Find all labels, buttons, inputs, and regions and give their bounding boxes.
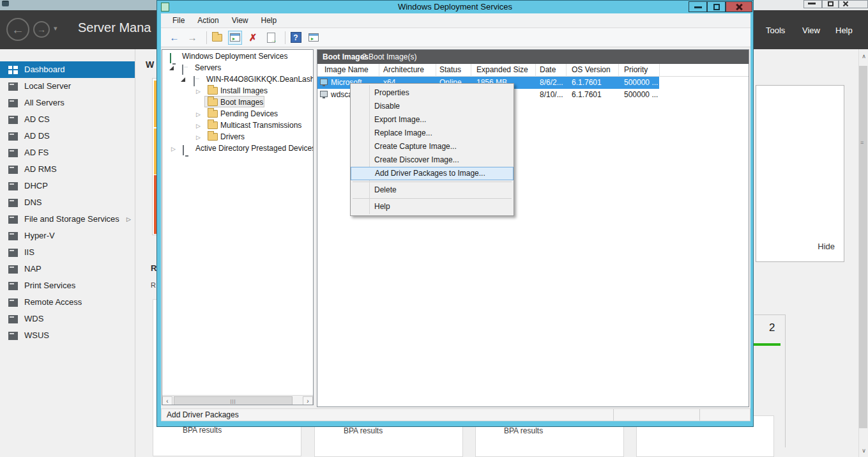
menu-item-export-image[interactable]: Export Image... xyxy=(351,113,514,127)
col-status[interactable]: Status xyxy=(439,64,461,76)
hide-link[interactable]: Hide xyxy=(818,242,835,251)
sidebar-item-print-services[interactable]: Print Services xyxy=(0,277,135,294)
toolbar-delete-button[interactable]: ✗ xyxy=(246,31,260,45)
sidebar-item-file-storage[interactable]: File and Storage Services▷ xyxy=(0,211,135,228)
status-bar-text: Add Driver Packages xyxy=(167,410,239,419)
scroll-up-icon[interactable]: ∧ xyxy=(859,53,868,59)
toolbar-forward-button[interactable]: → xyxy=(185,31,199,45)
menu-item-help[interactable]: Help xyxy=(351,200,514,213)
boot-image-icon xyxy=(320,79,328,85)
menu-separator xyxy=(353,182,512,182)
sm-menu-help[interactable]: Help xyxy=(835,26,853,35)
tree-item-ad-prestaged-devices[interactable]: ▷ Active Directory Prestaged Devices xyxy=(162,143,164,154)
toolbar-action-pane-button[interactable]: ▸ xyxy=(307,31,321,45)
wds-close-button[interactable] xyxy=(726,1,752,12)
wds-status-bar: Add Driver Packages xyxy=(161,408,750,421)
wds-root-icon xyxy=(170,53,171,63)
sm-maximize-button[interactable] xyxy=(822,0,839,8)
boot-image-icon xyxy=(320,91,328,97)
console-tree-icon: ▸ xyxy=(230,33,240,42)
storage-icon xyxy=(8,215,18,224)
sidebar-item-ad-ds[interactable]: AD DS xyxy=(0,128,135,144)
sidebar-item-wds[interactable]: WDS xyxy=(0,311,135,327)
sm-close-button[interactable] xyxy=(839,0,868,8)
tree-horizontal-scrollbar[interactable]: ‹ ||| › xyxy=(162,395,313,405)
toolbar-folder-button[interactable] xyxy=(210,31,224,45)
dashboard-grid-icon xyxy=(8,66,18,74)
sm-scrollbar-thumb[interactable]: ≡ xyxy=(859,66,867,428)
col-expanded-size[interactable]: Expanded Size xyxy=(476,64,528,76)
tree-item-server-win-r44o8gikkqk[interactable]: WIN-R44O8GIKKQK.DeanLashley. xyxy=(162,74,164,85)
sm-menu-view[interactable]: View xyxy=(802,26,820,35)
menu-view[interactable]: View xyxy=(225,13,255,27)
menu-item-properties[interactable]: Properties xyxy=(351,86,514,100)
wds-maximize-button[interactable] xyxy=(707,1,726,12)
menu-separator xyxy=(353,198,512,199)
menu-item-delete[interactable]: Delete xyxy=(351,183,514,197)
results-pane-header: Boot Images 2 Boot Image(s) xyxy=(317,50,749,64)
toolbar-export-list-button[interactable]: → xyxy=(264,31,278,45)
sidebar-item-ad-fs[interactable]: AD FS xyxy=(0,144,135,161)
remote-access-icon xyxy=(8,298,18,307)
col-date[interactable]: Date xyxy=(540,64,556,76)
tree-item-servers[interactable]: Servers xyxy=(162,62,164,74)
menu-file[interactable]: File xyxy=(166,13,191,27)
bpa-results-link[interactable]: BPA results xyxy=(504,426,543,435)
menu-item-create-discover-image[interactable]: Create Discover Image... xyxy=(351,153,514,167)
nav-caret-icon[interactable]: ▾ xyxy=(54,24,57,33)
menu-item-create-capture-image[interactable]: Create Capture Image... xyxy=(351,140,514,153)
forward-button[interactable]: → xyxy=(33,21,50,38)
sidebar-item-iis[interactable]: IIS xyxy=(0,244,135,261)
printer-icon xyxy=(8,282,18,290)
toolbar-separator xyxy=(285,31,286,44)
col-os-version[interactable]: OS Version xyxy=(572,64,611,76)
sidebar-item-dhcp[interactable]: DHCP xyxy=(0,178,135,194)
wds-minimize-button[interactable] xyxy=(689,1,707,12)
menu-item-disable[interactable]: Disable xyxy=(351,100,514,113)
toolbar-console-tree-button[interactable]: ▸ xyxy=(228,31,242,45)
sm-menu-tools[interactable]: Tools xyxy=(766,26,785,35)
scrollbar-grip-icon: ≡ xyxy=(860,139,864,146)
wds-toolbar: ← → ▸ ✗ → ? ▸ xyxy=(161,28,750,47)
sidebar-item-ad-rms[interactable]: AD RMS xyxy=(0,161,135,178)
events-count[interactable]: 2 xyxy=(769,321,775,334)
server-running-icon xyxy=(194,76,195,86)
sidebar-item-remote-access[interactable]: Remote Access xyxy=(0,294,135,311)
collapsed-arrow-icon: ▷ xyxy=(196,86,201,97)
sm-events-tile-top-edge xyxy=(754,314,786,315)
sm-minimize-button[interactable] xyxy=(803,0,822,8)
menu-help[interactable]: Help xyxy=(255,13,284,27)
expanded-arrow-icon xyxy=(181,77,185,82)
bpa-results-link[interactable]: BPA results xyxy=(344,426,383,435)
back-button[interactable]: ← xyxy=(6,18,29,41)
col-image-name[interactable]: Image Name xyxy=(324,64,369,76)
sm-events-tile-right-edge xyxy=(785,314,786,447)
toolbar-back-button[interactable]: ← xyxy=(167,31,181,45)
menu-action[interactable]: Action xyxy=(191,13,225,27)
scrollbar-thumb[interactable]: ||| xyxy=(174,396,293,405)
expanded-arrow-icon xyxy=(169,66,174,70)
scroll-right-button[interactable]: › xyxy=(303,396,313,405)
scroll-down-icon[interactable]: ∨ xyxy=(859,447,868,454)
sidebar-item-all-servers[interactable]: All Servers xyxy=(0,95,135,111)
sidebar-item-wsus[interactable]: WSUS xyxy=(0,327,135,344)
col-priority[interactable]: Priority xyxy=(624,64,648,76)
sidebar-item-hyper-v[interactable]: Hyper-V xyxy=(0,228,135,244)
sidebar-item-ad-cs[interactable]: AD CS xyxy=(0,111,135,128)
delete-x-icon: ✗ xyxy=(249,32,257,43)
sidebar-item-dns[interactable]: DNS xyxy=(0,194,135,211)
menu-item-replace-image[interactable]: Replace Image... xyxy=(351,127,514,140)
bpa-results-link[interactable]: BPA results xyxy=(183,426,222,435)
toolbar-help-button[interactable]: ? xyxy=(289,31,303,45)
export-list-icon: → xyxy=(267,33,275,43)
menu-item-add-driver-packages[interactable]: Add Driver Packages to Image... xyxy=(351,167,514,180)
sm-sidebar: Dashboard Local Server All Servers AD CS… xyxy=(0,49,135,457)
sidebar-item-local-server[interactable]: Local Server xyxy=(0,78,135,95)
sidebar-item-nap[interactable]: NAP xyxy=(0,261,135,277)
wds-window-title: Windows Deployment Services xyxy=(157,2,753,12)
sidebar-item-dashboard[interactable]: Dashboard xyxy=(0,61,135,78)
scroll-left-button[interactable]: ‹ xyxy=(162,396,172,405)
col-architecture[interactable]: Architecture xyxy=(383,64,424,76)
tree-item-root[interactable]: Windows Deployment Services xyxy=(162,50,164,62)
screen: ← → ▾ Server Mana Tools View Help Dashbo… xyxy=(0,0,868,457)
